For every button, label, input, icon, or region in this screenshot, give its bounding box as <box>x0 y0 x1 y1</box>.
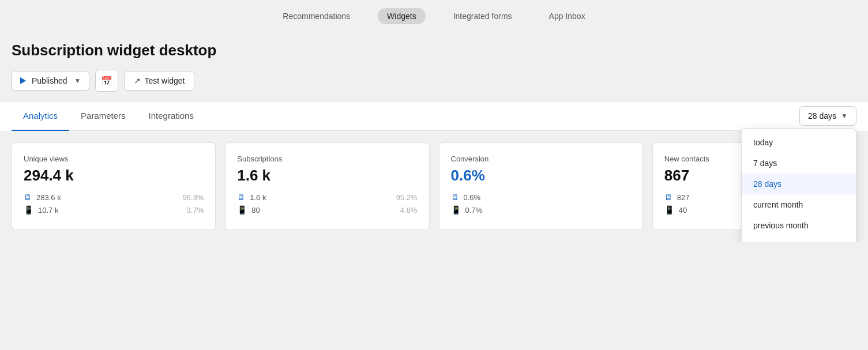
days-option-current-month[interactable]: current month <box>742 194 856 215</box>
tabs-section: AnalyticsParametersIntegrations 28 days … <box>0 101 868 131</box>
stat-row-value: 1.6 k <box>250 193 391 202</box>
mobile-icon: 📱 <box>24 205 33 214</box>
desktop-icon: 🖥 <box>237 193 245 202</box>
days-option-7-days[interactable]: 7 days <box>742 153 856 174</box>
stat-card-subscriptions: Subscriptions1.6 k🖥1.6 k95.2%📱804.8% <box>225 142 429 230</box>
stat-card-conversion: Conversion0.6%🖥0.6%📱0.7% <box>439 142 643 230</box>
stat-row-mobile: 📱10.7 k3.7% <box>24 205 204 214</box>
status-label: Published <box>32 76 67 85</box>
cards-area: Unique views294.4 k🖥283.6 k96.3%📱10.7 k3… <box>0 131 868 242</box>
nav-item-integrated-forms[interactable]: Integrated forms <box>444 8 521 24</box>
stat-row-value: 80 <box>251 206 396 214</box>
days-option-28-days[interactable]: 28 days <box>742 174 856 194</box>
stat-value: 1.6 k <box>237 167 417 185</box>
days-option-today[interactable]: today <box>742 132 856 153</box>
stat-label: Conversion <box>451 155 631 163</box>
tab-analytics[interactable]: Analytics <box>12 101 69 131</box>
days-selected-label: 28 days <box>808 111 836 121</box>
stat-row-value: 283.6 k <box>36 193 178 202</box>
stat-row-desktop: 🖥0.6% <box>451 193 631 202</box>
stat-row-desktop: 🖥1.6 k95.2% <box>237 193 417 202</box>
stat-row-value: 0.7% <box>465 206 626 214</box>
tabs-row: AnalyticsParametersIntegrations 28 days … <box>12 101 856 131</box>
stat-row-pct: 4.8% <box>400 206 418 214</box>
days-dropdown-button[interactable]: 28 days ▼ <box>799 106 856 126</box>
desktop-icon: 🖥 <box>451 193 459 202</box>
stat-row-value: 0.6% <box>464 193 626 202</box>
days-dropdown-menu: today7 days28 dayscurrent monthprevious … <box>741 128 856 242</box>
stat-row-pct: 3.7% <box>187 206 204 214</box>
stat-row-mobile: 📱804.8% <box>237 205 417 214</box>
nav-item-widgets[interactable]: Widgets <box>378 8 426 24</box>
test-widget-label: Test widget <box>144 76 185 85</box>
desktop-icon: 🖥 <box>24 193 32 202</box>
stat-row-desktop: 🖥283.6 k96.3% <box>24 193 204 202</box>
stat-row-mobile: 📱0.7% <box>451 205 631 214</box>
mobile-icon: 📱 <box>451 205 461 214</box>
toolbar: Published ▼ 📅 ↗ Test widget <box>12 70 856 92</box>
chevron-down-icon: ▼ <box>841 112 848 120</box>
external-link-icon: ↗ <box>134 76 141 85</box>
stat-label: Subscriptions <box>237 155 417 163</box>
tabs-list: AnalyticsParametersIntegrations <box>12 101 205 130</box>
calendar-button[interactable]: 📅 <box>95 70 118 92</box>
days-wrapper: 28 days ▼ today7 days28 dayscurrent mont… <box>799 106 856 126</box>
page-header: Subscription widget desktop Published ▼ … <box>0 32 868 101</box>
stat-label: Unique views <box>24 155 204 163</box>
top-nav: RecommendationsWidgetsIntegrated formsAp… <box>0 0 868 32</box>
mobile-icon: 📱 <box>664 205 674 214</box>
days-option-all-the-time[interactable]: all the time <box>742 236 856 242</box>
desktop-icon: 🖥 <box>664 193 672 202</box>
stat-row-value: 10.7 k <box>38 206 182 214</box>
nav-item-app-inbox[interactable]: App Inbox <box>540 8 595 24</box>
nav-item-recommendations[interactable]: Recommendations <box>273 8 359 24</box>
stat-value: 294.4 k <box>24 167 204 185</box>
test-widget-button[interactable]: ↗ Test widget <box>124 71 194 91</box>
mobile-icon: 📱 <box>237 205 247 214</box>
stat-card-unique-views: Unique views294.4 k🖥283.6 k96.3%📱10.7 k3… <box>12 142 216 230</box>
page-title: Subscription widget desktop <box>12 42 856 59</box>
stat-row-pct: 95.2% <box>396 193 418 202</box>
chevron-down-icon: ▼ <box>74 77 81 85</box>
status-dropdown[interactable]: Published ▼ <box>12 71 89 91</box>
tab-parameters[interactable]: Parameters <box>69 101 137 131</box>
stat-value: 0.6% <box>451 167 631 185</box>
tab-integrations[interactable]: Integrations <box>137 101 205 131</box>
calendar-icon: 📅 <box>101 76 112 86</box>
days-option-previous-month[interactable]: previous month <box>742 215 856 236</box>
play-icon <box>20 77 26 84</box>
stat-row-pct: 96.3% <box>182 193 204 202</box>
